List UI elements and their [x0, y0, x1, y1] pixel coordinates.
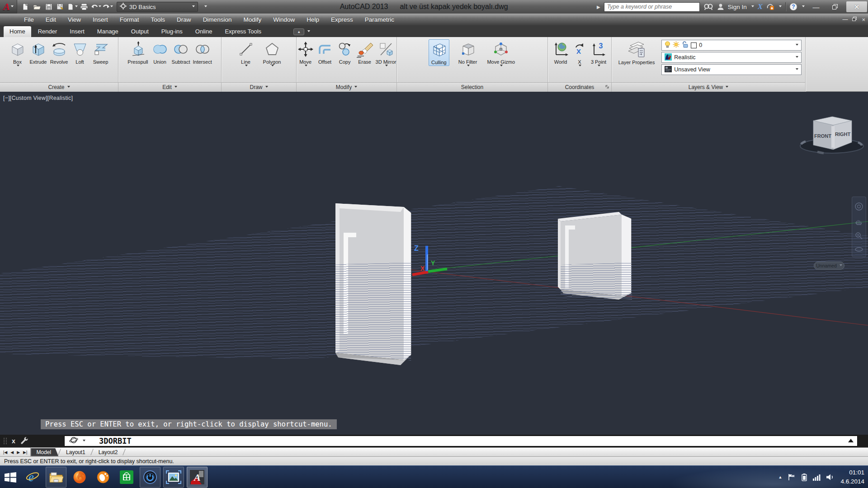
search-icon[interactable] [703, 3, 713, 10]
offset-button[interactable]: Offset [315, 39, 335, 65]
menu-item[interactable]: Format [114, 14, 145, 25]
power-app-button[interactable] [140, 467, 160, 488]
infocenter-expand-icon[interactable]: ▶ [597, 5, 600, 9]
close-button[interactable]: ✕ [846, 1, 867, 12]
view-dropdown-icon[interactable] [796, 68, 798, 71]
plot-preview-icon[interactable] [67, 1, 78, 12]
show-hidden-icons[interactable]: ▲ [778, 475, 783, 479]
help-dropdown-icon[interactable] [802, 5, 805, 9]
battery-icon[interactable] [802, 474, 807, 481]
copy-button[interactable]: Copy [335, 39, 355, 65]
ribbon-tab[interactable]: Insert [64, 26, 90, 37]
panel-title-modify[interactable]: Modify [297, 82, 396, 92]
internet-explorer-button[interactable]: e [22, 467, 43, 488]
sweep-button[interactable]: Sweep [91, 39, 111, 65]
exchange-apps-icon[interactable]: X [758, 2, 763, 11]
layer-dropdown-icon[interactable] [796, 44, 798, 47]
undo-icon[interactable] [90, 1, 101, 12]
windows-store-button[interactable] [116, 467, 137, 488]
layout-nav-buttons[interactable]: |◀ ◀ ▶ ▶| [0, 448, 31, 456]
doc-close-icon[interactable]: × [862, 16, 865, 23]
unlock-icon[interactable] [682, 41, 689, 49]
application-menu-button[interactable]: A [0, 0, 17, 14]
zoom-icon[interactable] [854, 231, 863, 240]
menu-item[interactable]: Edit [40, 14, 62, 25]
image-viewer-button[interactable] [163, 467, 184, 488]
open-icon[interactable] [32, 1, 42, 12]
box-button[interactable]: Box [8, 39, 28, 68]
presspull-button[interactable]: Presspull [127, 39, 149, 65]
next-tab-icon[interactable]: ▶ [15, 450, 21, 455]
visual-style-dropdown-icon[interactable] [796, 56, 798, 59]
command-history-expand-icon[interactable] [848, 436, 854, 442]
view-name-pill[interactable]: Unnamed [814, 262, 844, 270]
print-icon[interactable] [79, 1, 90, 12]
redo-icon[interactable] [102, 1, 113, 12]
menu-item[interactable]: Insert [87, 14, 114, 25]
menu-item[interactable]: Dimension [197, 14, 238, 25]
doc-restore-icon[interactable] [852, 16, 857, 23]
signin-dropdown-icon[interactable] [751, 5, 754, 9]
ucs-x-button[interactable]: X X [571, 39, 588, 68]
layout-tab[interactable]: Model [31, 448, 58, 456]
command-drag-grip[interactable] [4, 438, 7, 444]
menu-item[interactable]: Draw [171, 14, 197, 25]
world-ucs-button[interactable]: World [551, 39, 571, 65]
ribbon-tab[interactable]: Online [189, 26, 218, 37]
menu-item[interactable]: View [62, 14, 87, 25]
search-input[interactable] [604, 2, 700, 12]
union-button[interactable]: Union [150, 39, 170, 65]
layout-tab[interactable]: Layout2 [93, 448, 123, 456]
qat-customize-icon[interactable] [200, 1, 211, 12]
panel-title-draw[interactable]: Draw [222, 82, 296, 92]
minimize-button[interactable]: — [808, 1, 824, 12]
a360-dropdown-icon[interactable] [779, 5, 782, 9]
sign-in-button[interactable]: Sign In [728, 4, 747, 10]
orbit-icon[interactable] [855, 247, 863, 252]
autodesk360-icon[interactable] [766, 3, 774, 11]
mirror3d-button[interactable]: 3D Mirror [375, 39, 397, 68]
menu-item[interactable]: Modify [237, 14, 267, 25]
first-tab-icon[interactable]: |◀ [2, 450, 9, 455]
ribbon-tab[interactable]: Express Tools [219, 26, 267, 37]
culling-button[interactable]: Culling [429, 39, 449, 66]
no-filter-button[interactable]: No Filter [458, 39, 478, 68]
move-button[interactable]: Move [296, 39, 315, 68]
ribbon-minimize-control[interactable]: ▲ [293, 28, 310, 35]
layer-select[interactable]: 0 [661, 40, 802, 51]
panel-title-edit[interactable]: Edit [118, 82, 221, 92]
panel-title-layers-view[interactable]: Layers & View [612, 82, 805, 92]
menu-item[interactable]: File [18, 14, 40, 25]
ribbon-tab[interactable]: Output [125, 26, 155, 37]
new-icon[interactable] [20, 1, 31, 12]
menu-item[interactable]: Help [301, 14, 325, 25]
polygon-button[interactable]: Polygon [262, 39, 282, 68]
restore-button[interactable] [827, 1, 843, 12]
menu-item[interactable]: Tools [145, 14, 171, 25]
subtract-button[interactable]: Subtract [171, 39, 191, 65]
line-button[interactable]: Line [236, 39, 256, 68]
navigation-bar[interactable] [852, 197, 866, 257]
revolve-button[interactable]: Revolve [49, 39, 69, 65]
workspace-switcher[interactable]: 3D Basics [117, 2, 198, 12]
layer-properties-button[interactable]: Layer Properties [615, 40, 658, 75]
network-signal-icon[interactable] [813, 474, 821, 481]
start-button[interactable] [1, 467, 19, 488]
menu-item[interactable]: Parametric [359, 14, 400, 25]
volume-icon[interactable] [826, 474, 835, 481]
file-explorer-button[interactable] [46, 467, 66, 488]
move-gizmo-button[interactable]: Move Gizmo [486, 39, 516, 68]
save-icon[interactable] [43, 1, 54, 12]
help-icon[interactable]: ? [789, 3, 797, 11]
command-close-icon[interactable]: x [12, 437, 15, 445]
last-tab-icon[interactable]: ▶| [22, 450, 28, 455]
doc-minimize-icon[interactable]: — [842, 16, 848, 23]
ribbon-tab[interactable]: Plug-ins [156, 26, 189, 37]
erase-button[interactable]: Erase [355, 39, 375, 65]
loft-button[interactable]: Loft [70, 39, 90, 65]
panel-title-create[interactable]: Create [0, 82, 118, 92]
saveas-icon[interactable] [55, 1, 66, 12]
media-player-button[interactable] [93, 467, 113, 488]
ribbon-tab[interactable]: Home [4, 26, 31, 37]
prev-tab-icon[interactable]: ◀ [9, 450, 15, 455]
